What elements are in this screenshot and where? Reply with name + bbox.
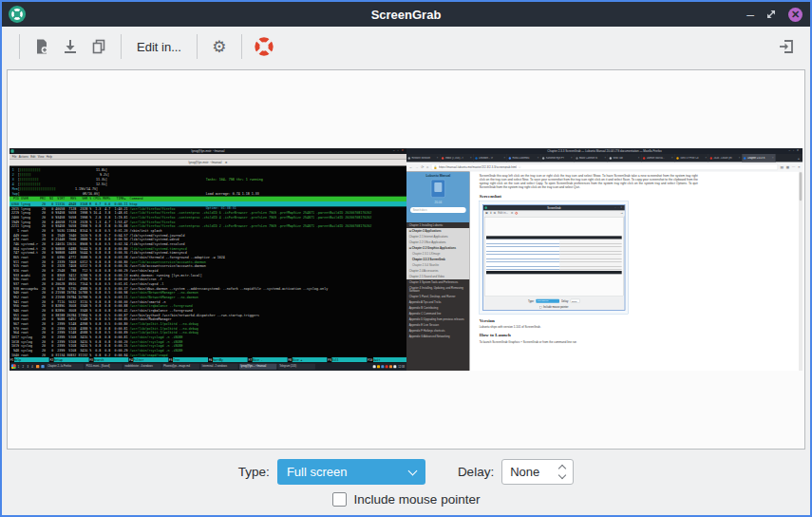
terminal-close-glyph: ✕ [401, 149, 405, 152]
docs-nav: Chapter 1 Installing Lubuntu⊟ Chapter 2 … [406, 222, 470, 339]
tab-favicon [676, 157, 678, 159]
desktop-taskbar: 1 2 3 4 Chapter 2...la FirefoxP010-mont.… [9, 362, 406, 371]
include-pointer-checkbox[interactable] [332, 492, 347, 507]
launch-text: To launch ScreenGrab Graphics ‣ ScreenGr… [480, 340, 698, 343]
tray-icon [386, 365, 388, 368]
firefox-tab: Tons Of Free Co× [675, 154, 708, 163]
htop-output: 1 [||||||||||| 11.8%]2 [|||||| 9.2%]3 [|… [9, 166, 406, 357]
taskbar-clock: 12:38 [398, 365, 405, 368]
delay-label: Delay: [458, 465, 494, 479]
docs-page: ScreenGrab this way left click on the tr… [470, 172, 803, 371]
firefox-tab: JoJo - Leave (El× [708, 154, 742, 163]
taskbar-task: Telegram (243) [278, 364, 315, 370]
firefox-tab: Kanonile Eyri Pr× [540, 154, 574, 163]
new-screenshot-button[interactable] [28, 32, 56, 61]
close-button[interactable]: ✕ [788, 8, 803, 22]
screenshot-preview: lynxg@lyn-mstr: ~/manual – ▫ ✕ File Acti… [9, 148, 803, 371]
preview-terminal-window: lynxg@lyn-mstr: ~/manual – ▫ ✕ File Acti… [9, 148, 406, 371]
htop-cpu-gauges: 1 [||||||||||| 11.8%]2 [|||||| 9.2%]3 [|… [12, 167, 109, 196]
firefox-tab: Inbox (7,358) - t× [440, 154, 473, 163]
copy-button[interactable] [85, 32, 113, 61]
terminal-icon [10, 149, 13, 152]
tab-favicon [509, 157, 511, 159]
embedded-screengrab-image: ScreenGrab– ▫ ✕ ▣ ⬇ ⧉ Edit in... ⚙⇥ [480, 201, 629, 315]
toolbar-separator [19, 34, 20, 59]
start-menu-icon [11, 364, 16, 369]
taskbar-task: lynxg@lyn-...~/manual [239, 364, 276, 370]
titlebar[interactable]: ScreenGrab – ✕ [2, 2, 810, 27]
restore-button[interactable] [765, 9, 777, 20]
tab-favicon [710, 157, 712, 159]
firefox-tab: Blato Cannon N× [575, 154, 608, 163]
tab-favicon [643, 157, 645, 159]
url-text: https://manual.lubuntu.me/master/2/2.3/2… [439, 165, 517, 168]
type-label: Type: [238, 465, 270, 479]
tray-icon [377, 365, 380, 368]
tab-favicon [576, 157, 577, 159]
terminal-title: lynxg@lyn-mstr: ~/manual [192, 149, 225, 152]
tab-favicon [408, 157, 410, 159]
system-tray [373, 365, 397, 368]
terminal-tab: lynxg@lyn-mstr: ~/manual⚙ [9, 159, 406, 165]
page-scrollbar [799, 172, 803, 371]
exit-icon [778, 38, 795, 55]
lubuntu-book-logo [431, 180, 445, 198]
version-text: Lubuntu ships with version 1.101 of Scre… [480, 326, 698, 329]
firefox-titlebar: Chapter 2.3.3 ScreenGrab — Lubuntu Manua… [406, 148, 803, 154]
toolbar: Edit in... ⚙ [2, 27, 810, 67]
lock-icon: 🔒 [434, 165, 438, 168]
firefox-launcher-icon [36, 365, 39, 368]
taskbar-task: Phoenix[lyn...image.md [162, 364, 199, 370]
screenshot-heading: Screenshot [480, 193, 698, 199]
firefox-tab: Damon Garcia -× [641, 154, 674, 163]
docs-nav-item: Chapter 4 Installing, Updating, and Remo… [406, 285, 470, 294]
new-document-icon [33, 38, 50, 55]
taskbar-tasks: Chapter 2...la FirefoxP010-mont... [Koor… [47, 364, 371, 370]
quit-button[interactable] [772, 32, 801, 61]
help-button[interactable] [250, 32, 278, 61]
tray-icon [389, 365, 392, 368]
htop-process-rows: 2015 lynxg 20 0 40658 7128 2328 S 1.3 4.… [9, 206, 406, 357]
window-title: ScreenGrab [2, 8, 810, 22]
sidebar-toggle-icon: ▦ [786, 164, 789, 168]
toolbar-separator [121, 34, 122, 59]
docs-sidebar: Lubuntu Manual 20.04 Search docs Chapter… [406, 172, 470, 371]
new-tab-button: + [795, 154, 803, 163]
reload-icon: ⟳ [421, 164, 424, 168]
edit-in-button[interactable]: Edit in... [129, 32, 189, 61]
tab-favicon [442, 157, 444, 159]
htop-summary: Tasks: 104, 798 thr; 1 running Load aver… [206, 167, 263, 220]
firefox-tab: New Tab× [608, 154, 641, 163]
version-heading: Version [480, 317, 698, 323]
terminal-titlebar: lynxg@lyn-mstr: ~/manual – ▫ ✕ [9, 148, 406, 154]
docs-nav-item: Appendix G Advanced Networking [406, 334, 470, 339]
settings-button[interactable]: ⚙ [205, 32, 234, 61]
preview-frame: lynxg@lyn-mstr: ~/manual – ▫ ✕ File Acti… [7, 69, 805, 450]
taskbar-task: Chapter 2...la Firefox [47, 364, 84, 370]
type-combobox[interactable]: Full screen [277, 459, 425, 485]
taskbar-task: nodebleister - 4 windows [123, 364, 161, 370]
launch-heading: How to Launch [480, 333, 698, 338]
firefox-title: Chapter 2.3.3 ScreenGrab — Lubuntu Manua… [547, 149, 661, 152]
firefox-navbar: ← → ⟳ ⌂ 🔒 https://manual.lubuntu.me/mast… [406, 163, 803, 172]
taskbar-task: P010-mont... [Koord] [85, 364, 122, 370]
firefox-tab: Chapter 2.3.3 S× [742, 154, 775, 163]
home-icon: ⌂ [426, 164, 428, 168]
docs-paragraph: ScreenGrab this way left click on the tr… [480, 174, 698, 190]
tray-icon [393, 365, 396, 368]
chevron-down-icon [407, 466, 417, 475]
firefox-tab: Restore Session× [406, 154, 440, 163]
save-button[interactable] [56, 32, 85, 61]
toolbar-separator [241, 34, 242, 59]
save-icon [63, 39, 78, 54]
minimize-button[interactable]: – [746, 10, 754, 19]
spin-down-icon[interactable] [558, 471, 566, 479]
docs-version: 20.04 [406, 201, 470, 203]
tab-gear-icon: ⚙ [225, 161, 228, 163]
delay-spinbox[interactable]: None [501, 459, 574, 485]
firefox-tab: Rosa Luxembu× [507, 154, 540, 163]
tab-favicon [610, 157, 612, 159]
lifebuoy-icon [254, 36, 274, 57]
taskbar-task: lxterminal - 2 windows [200, 364, 237, 370]
tab-favicon [542, 157, 544, 159]
